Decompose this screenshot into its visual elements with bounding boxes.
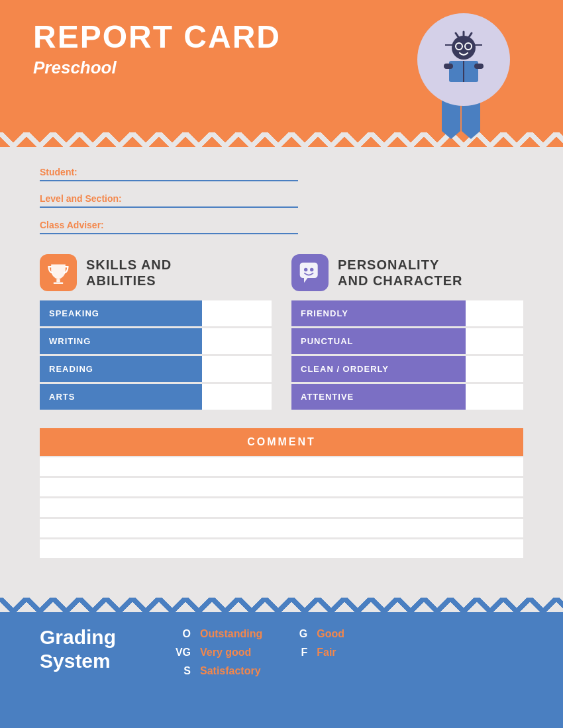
personality-section: PERSONALITY AND CHARACTER FRIENDLY PUNCT… xyxy=(291,254,523,412)
footer-content: Grading System O Outstanding VG Very goo… xyxy=(0,612,563,690)
grade-code: F xyxy=(289,647,307,659)
grade-desc: Good xyxy=(317,628,344,640)
level-label: Level and Section: xyxy=(40,193,523,204)
skills-title: SKILLS AND ABILITIES xyxy=(86,257,172,289)
zigzag-divider xyxy=(0,132,563,147)
skill-value xyxy=(202,328,272,355)
personality-value xyxy=(466,328,524,355)
grade-desc: Fair xyxy=(317,647,336,659)
grading-col-right: G Good F Fair xyxy=(289,628,344,677)
student-row: Student: xyxy=(40,167,523,181)
footer: Grading System O Outstanding VG Very goo… xyxy=(0,612,563,728)
skill-label: ARTS xyxy=(40,383,202,411)
svg-rect-16 xyxy=(474,64,484,69)
adviser-row: Class Adviser: xyxy=(40,220,523,234)
svg-rect-19 xyxy=(300,263,318,278)
personality-title: PERSONALITY AND CHARACTER xyxy=(338,257,463,289)
personality-label: CLEAN / ORDERLY xyxy=(291,355,466,383)
skill-row: WRITING xyxy=(40,328,272,355)
skill-row: READING xyxy=(40,355,272,383)
skill-row: SPEAKING xyxy=(40,300,272,328)
skill-label: READING xyxy=(40,355,202,383)
svg-point-21 xyxy=(304,268,307,271)
grading-row: VG Very good xyxy=(172,647,262,659)
grade-desc: Outstanding xyxy=(200,628,262,640)
skill-label: WRITING xyxy=(40,328,202,355)
skills-section: SKILLS AND ABILITIES SPEAKING WRITING RE… xyxy=(40,254,272,412)
skill-value xyxy=(202,383,272,411)
svg-point-4 xyxy=(466,44,471,49)
grade-desc: Satisfactory xyxy=(200,665,261,677)
skill-label: SPEAKING xyxy=(40,300,202,328)
skill-value xyxy=(202,300,272,328)
personality-label: FRIENDLY xyxy=(291,300,466,328)
grading-title: Grading System xyxy=(40,625,146,673)
comment-header: COMMENT xyxy=(40,428,523,456)
grade-code: S xyxy=(172,665,191,677)
svg-rect-18 xyxy=(54,282,63,284)
footer-zigzag xyxy=(0,598,563,612)
personality-label: PUNCTUAL xyxy=(291,328,466,355)
skills-icon xyxy=(40,254,77,291)
student-line xyxy=(40,180,298,181)
comment-lines xyxy=(40,457,523,558)
grade-desc: Very good xyxy=(200,647,251,659)
svg-rect-17 xyxy=(56,279,60,283)
svg-point-3 xyxy=(456,44,462,49)
comment-line xyxy=(40,498,523,517)
adviser-line xyxy=(40,233,298,234)
svg-line-11 xyxy=(456,33,458,37)
grade-code: VG xyxy=(172,647,191,659)
personality-label: ATTENTIVE xyxy=(291,383,466,411)
level-line xyxy=(40,206,298,208)
student-label: Student: xyxy=(40,167,523,177)
comment-line xyxy=(40,539,523,558)
skill-row: ARTS xyxy=(40,383,272,411)
personality-row: ATTENTIVE xyxy=(291,383,523,411)
svg-rect-15 xyxy=(444,64,453,69)
sections-row: SKILLS AND ABILITIES SPEAKING WRITING RE… xyxy=(40,254,523,412)
header: REPORT CARD Preschool xyxy=(0,0,563,132)
level-row: Level and Section: xyxy=(40,193,523,208)
personality-icon xyxy=(291,254,329,291)
smiley-icon xyxy=(298,261,322,285)
personality-row: FRIENDLY xyxy=(291,300,523,328)
svg-point-22 xyxy=(310,268,313,271)
comment-line xyxy=(40,478,523,496)
personality-table: FRIENDLY PUNCTUAL CLEAN / ORDERLY ATTENT… xyxy=(291,300,523,412)
grade-code: O xyxy=(172,628,191,640)
comment-line xyxy=(40,457,523,476)
skills-table: SPEAKING WRITING READING ARTS xyxy=(40,300,272,412)
svg-line-12 xyxy=(469,33,472,37)
adviser-label: Class Adviser: xyxy=(40,220,523,230)
skills-header: SKILLS AND ABILITIES xyxy=(40,254,272,291)
grading-col-left: O Outstanding VG Very good S Satisfactor… xyxy=(172,628,262,677)
grading-row: S Satisfactory xyxy=(172,665,262,677)
header-badge xyxy=(417,13,510,106)
book-reader-icon xyxy=(431,26,497,93)
main-content: Student: Level and Section: Class Advise… xyxy=(0,147,563,558)
student-info-section: Student: Level and Section: Class Advise… xyxy=(40,167,523,234)
comment-line xyxy=(40,519,523,537)
trophy-icon xyxy=(46,261,70,285)
skill-value xyxy=(202,355,272,383)
comment-section: COMMENT xyxy=(40,428,523,558)
personality-value xyxy=(466,383,524,411)
svg-marker-20 xyxy=(304,278,307,283)
grading-row: O Outstanding xyxy=(172,628,262,640)
grading-items: O Outstanding VG Very good S Satisfactor… xyxy=(172,628,523,677)
personality-header: PERSONALITY AND CHARACTER xyxy=(291,254,523,291)
grading-row: F Fair xyxy=(289,647,344,659)
grade-code: G xyxy=(289,628,307,640)
personality-value xyxy=(466,355,524,383)
personality-row: PUNCTUAL xyxy=(291,328,523,355)
grading-row: G Good xyxy=(289,628,344,640)
personality-value xyxy=(466,300,524,328)
personality-row: CLEAN / ORDERLY xyxy=(291,355,523,383)
